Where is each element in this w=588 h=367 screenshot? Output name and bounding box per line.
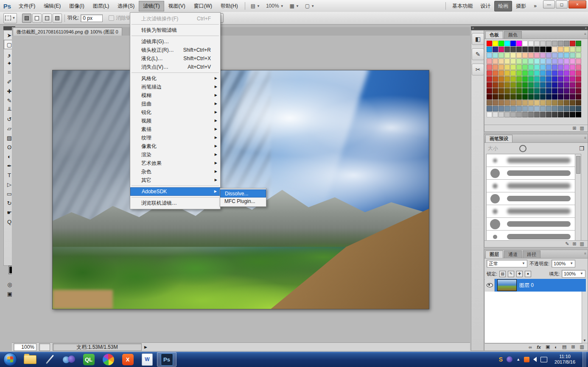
minimize-button[interactable]: — (543, 0, 555, 8)
brush-stroke-icon[interactable]: ✎ (565, 241, 569, 247)
swatch[interactable] (522, 100, 528, 106)
tab-色板[interactable]: 色板 (485, 31, 503, 39)
filter-menu-item[interactable]: 模糊▶ (130, 91, 220, 100)
tab-brush-presets[interactable]: 画笔预设 (485, 135, 512, 142)
swatch[interactable] (540, 112, 546, 117)
swatch[interactable] (558, 58, 563, 64)
swatch[interactable] (510, 82, 516, 88)
swatch[interactable] (510, 106, 516, 111)
swatch[interactable] (576, 88, 581, 94)
swatch[interactable] (534, 100, 540, 106)
swatch[interactable] (516, 64, 522, 70)
link-layers-icon[interactable]: ∞ (529, 345, 532, 350)
swatch[interactable] (564, 47, 569, 52)
swatch[interactable] (504, 112, 510, 117)
swatch[interactable] (516, 112, 522, 117)
swatch[interactable] (498, 47, 504, 52)
filter-menu-item[interactable]: 浏览联机滤镜… (130, 199, 220, 207)
brush-preset[interactable] (487, 154, 581, 167)
swatch[interactable] (504, 76, 510, 82)
filter-menu-item[interactable]: 消失点(V)…Alt+Ctrl+V (130, 63, 220, 71)
swatch[interactable] (558, 70, 563, 76)
swatch[interactable] (576, 76, 581, 82)
panel-menu-icon[interactable]: ≡ (584, 136, 586, 140)
swatch[interactable] (493, 88, 498, 94)
menu-filter[interactable]: 滤镜(T) (139, 1, 164, 11)
swatch[interactable] (516, 94, 522, 100)
add-mask-icon[interactable]: ▣ (546, 344, 550, 350)
swatch[interactable] (534, 41, 540, 46)
swatch[interactable] (576, 53, 581, 58)
swatch[interactable] (522, 88, 528, 94)
swatch[interactable] (564, 58, 569, 64)
swatch[interactable] (546, 82, 552, 88)
swatch[interactable] (522, 47, 528, 52)
swatch[interactable] (493, 94, 498, 100)
swatch[interactable] (504, 70, 510, 76)
swatch[interactable] (493, 82, 498, 88)
brush-preset[interactable] (487, 167, 581, 180)
swatch[interactable] (534, 76, 540, 82)
tray-orange-icon[interactable] (524, 357, 529, 362)
swatch[interactable] (540, 88, 546, 94)
restore-button[interactable]: ◻ (556, 0, 568, 8)
swatch[interactable] (516, 76, 522, 82)
swatch[interactable] (510, 58, 516, 64)
swatch[interactable] (528, 70, 534, 76)
panel-icon-brush[interactable]: ✎ (472, 48, 484, 60)
fill-input[interactable]: 100% ▼ (562, 270, 585, 278)
swatch[interactable] (534, 88, 540, 94)
swatch[interactable] (498, 106, 504, 111)
close-button[interactable]: × (568, 0, 586, 8)
swatch[interactable] (576, 94, 581, 100)
taskbar-circles-app[interactable] (59, 352, 79, 367)
swatch[interactable] (546, 58, 552, 64)
filter-menu-item[interactable]: 风格化▶ (130, 74, 220, 83)
filter-menu-item[interactable]: 液化(L)…Shift+Ctrl+X (130, 54, 220, 63)
swatch[interactable] (546, 70, 552, 76)
swatch[interactable] (570, 64, 575, 70)
delete-swatch-icon[interactable]: ▥ (580, 125, 584, 131)
tray-purple-icon[interactable] (507, 356, 512, 362)
swatch[interactable] (487, 70, 492, 76)
swatch[interactable] (570, 100, 575, 106)
swatch[interactable] (564, 100, 569, 106)
feather-input[interactable]: 0 px (81, 14, 103, 22)
swatch[interactable] (522, 112, 528, 117)
swatch[interactable] (487, 64, 492, 70)
swatch[interactable] (570, 82, 575, 88)
tab-图层[interactable]: 图层 (485, 250, 503, 258)
taskbar-ql-app[interactable]: QL (79, 352, 98, 367)
swatch[interactable] (493, 112, 498, 117)
filter-menu-item[interactable]: 艺术效果▶ (130, 159, 220, 167)
swatch[interactable] (534, 106, 540, 111)
swatch[interactable] (564, 64, 569, 70)
brush-preset[interactable] (487, 180, 581, 192)
swatch[interactable] (493, 100, 498, 106)
new-swatch-icon[interactable]: ⊞ (572, 125, 576, 131)
speaker-icon[interactable] (533, 357, 537, 362)
dock-collapse-strip[interactable]: «« (471, 26, 588, 30)
swatch[interactable] (528, 53, 534, 58)
swatch[interactable] (558, 106, 563, 111)
taskbar-pen-app[interactable] (40, 352, 59, 367)
blend-mode-select[interactable]: 正常 ▼ (487, 260, 527, 267)
menu-view[interactable]: 视图(V) (164, 1, 190, 11)
panel-icon-styles[interactable]: ◧ (472, 33, 484, 45)
scrollbar-thumb[interactable] (576, 156, 580, 174)
zoom-level-button[interactable]: 100%▼ (263, 1, 287, 11)
swatch[interactable] (510, 64, 516, 70)
swatch[interactable] (516, 58, 522, 64)
lock-transparency-icon[interactable]: ▨ (499, 271, 506, 277)
swatch[interactable] (493, 64, 498, 70)
swatch[interactable] (576, 82, 581, 88)
swatch[interactable] (510, 70, 516, 76)
swatch[interactable] (487, 112, 492, 117)
swatch[interactable] (570, 58, 575, 64)
submenu-item[interactable]: MFC Plugin... (220, 197, 266, 206)
filter-menu-item[interactable]: 滤镜库(G)… (130, 37, 220, 46)
panel-menu-icon[interactable]: ≡ (584, 252, 586, 256)
swatch[interactable] (534, 112, 540, 117)
swatch[interactable] (493, 53, 498, 58)
taskbar-photoshop-app[interactable]: Ps (157, 352, 176, 367)
